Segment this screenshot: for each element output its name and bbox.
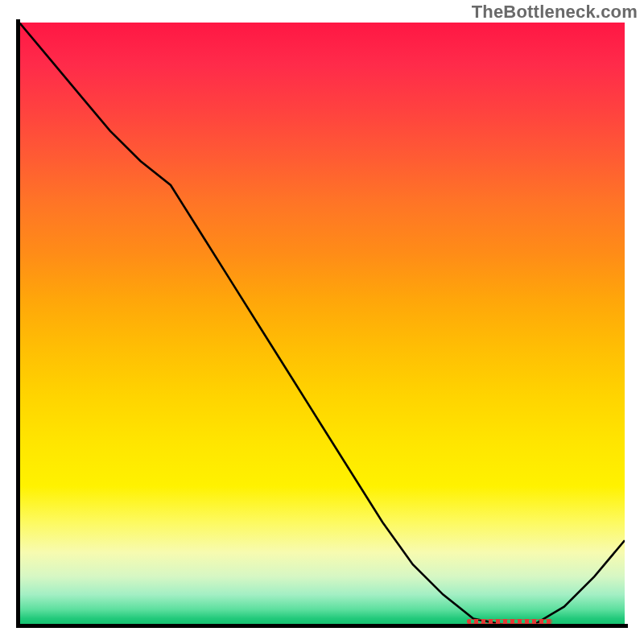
gradient-background bbox=[19, 23, 625, 625]
chart: TheBottleneck.com bbox=[0, 0, 644, 644]
axis-left bbox=[16, 19, 20, 628]
axis-bottom bbox=[16, 624, 628, 628]
plot-area bbox=[19, 23, 625, 625]
watermark-label: TheBottleneck.com bbox=[472, 2, 638, 23]
